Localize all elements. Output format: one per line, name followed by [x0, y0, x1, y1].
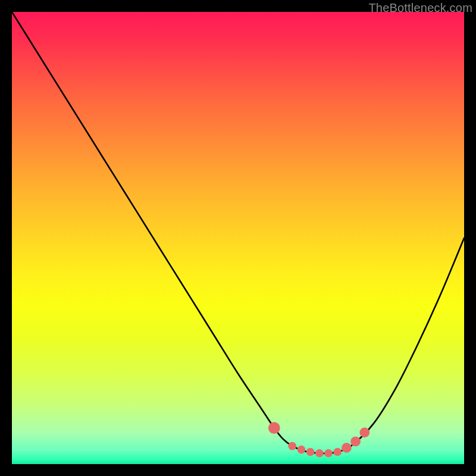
marker-flat-region-e	[333, 448, 342, 456]
chart-frame: TheBottleneck.com	[0, 0, 476, 476]
curve-layer	[12, 12, 464, 464]
plot-area	[12, 12, 464, 464]
marker-right-slope-c	[359, 427, 369, 437]
marker-right-slope-a	[342, 443, 352, 453]
marker-flat-region-a	[298, 446, 306, 454]
marker-flat-region-b	[306, 448, 315, 456]
marker-near-bottom-dot	[268, 422, 280, 434]
marker-flat-region-start	[288, 442, 296, 450]
marker-right-slope-b	[350, 437, 361, 447]
marker-flat-region-d	[324, 449, 333, 458]
marker-flat-region-c	[315, 449, 324, 458]
bottleneck-curve	[12, 12, 464, 453]
watermark-text: TheBottleneck.com	[368, 1, 472, 15]
